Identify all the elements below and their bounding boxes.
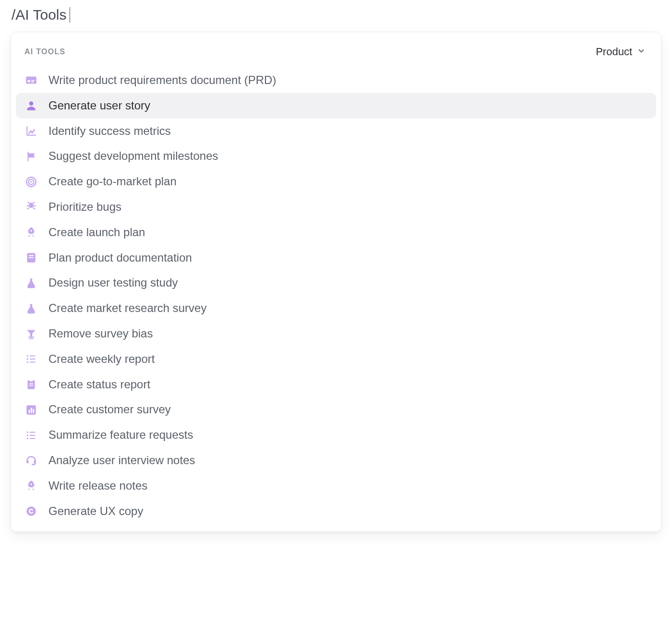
text-cursor <box>70 7 71 23</box>
flask-icon <box>24 276 38 290</box>
ai-tool-label: Identify success metrics <box>48 124 171 138</box>
headset-icon <box>24 454 38 467</box>
ai-tool-label: Create launch plan <box>48 226 145 240</box>
target-icon <box>24 175 38 189</box>
rocket-icon <box>24 479 38 492</box>
ai-tool-item[interactable]: Create weekly report <box>16 347 656 372</box>
flag-icon <box>24 150 38 163</box>
ai-tool-item[interactable]: Remove survey bias <box>16 321 656 347</box>
ai-tool-item[interactable]: Generate user story <box>16 93 656 119</box>
ai-tool-item[interactable]: Suggest development milestones <box>16 144 656 169</box>
ai-tool-item[interactable]: Identify success metrics <box>16 119 656 144</box>
copyright-icon <box>24 504 38 518</box>
bar-chart-icon <box>24 403 38 417</box>
ai-tool-label: Analyze user interview notes <box>48 454 195 468</box>
category-filter[interactable]: Product <box>594 43 648 61</box>
id-card-icon <box>24 73 38 87</box>
ai-tool-label: Generate user story <box>48 99 150 113</box>
ai-tools-list: Write product requirements document (PRD… <box>11 66 661 526</box>
command-input[interactable]: /AI Tools <box>11 5 661 32</box>
ai-tools-panel: AI TOOLS Product Write product requireme… <box>11 32 661 532</box>
clipboard-icon <box>24 378 38 391</box>
filter-icon <box>24 327 38 340</box>
ai-tool-label: Write product requirements document (PRD… <box>48 73 276 87</box>
ai-tool-label: Write release notes <box>48 479 147 493</box>
ai-tool-label: Create weekly report <box>48 352 155 366</box>
chevron-down-icon <box>637 46 646 58</box>
ai-tool-label: Summarize feature requests <box>48 428 193 442</box>
ai-tool-label: Remove survey bias <box>48 327 153 341</box>
list-icon <box>24 429 38 442</box>
ai-tool-label: Create go-to-market plan <box>48 175 177 189</box>
panel-header: AI TOOLS Product <box>11 32 661 66</box>
ai-tool-item[interactable]: Generate UX copy <box>16 499 656 524</box>
ai-tool-item[interactable]: Plan product documentation <box>16 245 656 271</box>
bug-icon <box>24 200 38 214</box>
ai-tool-item[interactable]: Create customer survey <box>16 397 656 422</box>
ai-tool-item[interactable]: Summarize feature requests <box>16 422 656 448</box>
ai-tool-item[interactable]: Create launch plan <box>16 220 656 245</box>
rocket-icon <box>24 226 38 239</box>
ai-tool-label: Design user testing study <box>48 276 178 290</box>
ai-tool-item[interactable]: Design user testing study <box>16 270 656 296</box>
chart-line-icon <box>24 124 38 138</box>
ai-tool-item[interactable]: Create status report <box>16 372 656 397</box>
ai-tool-item[interactable]: Analyze user interview notes <box>16 448 656 473</box>
ai-tool-label: Create market research survey <box>48 301 206 315</box>
ai-tool-item[interactable]: Write release notes <box>16 473 656 499</box>
book-icon <box>24 251 38 264</box>
ai-tool-item[interactable]: Create market research survey <box>16 296 656 321</box>
ai-tool-item[interactable]: Create go-to-market plan <box>16 169 656 194</box>
ai-tool-item[interactable]: Prioritize bugs <box>16 194 656 220</box>
user-icon <box>24 99 38 112</box>
panel-title: AI TOOLS <box>24 48 66 56</box>
ai-tool-label: Prioritize bugs <box>48 200 121 214</box>
list-icon <box>24 352 38 366</box>
ai-tool-label: Create customer survey <box>48 403 171 417</box>
category-filter-label: Product <box>596 46 632 58</box>
flask-icon <box>24 302 38 315</box>
ai-tool-label: Plan product documentation <box>48 251 192 265</box>
ai-tool-item[interactable]: Write product requirements document (PRD… <box>16 68 656 93</box>
ai-tool-label: Create status report <box>48 378 150 392</box>
command-input-text: /AI Tools <box>12 7 67 23</box>
ai-tool-label: Suggest development milestones <box>48 149 218 163</box>
ai-tool-label: Generate UX copy <box>48 504 143 518</box>
